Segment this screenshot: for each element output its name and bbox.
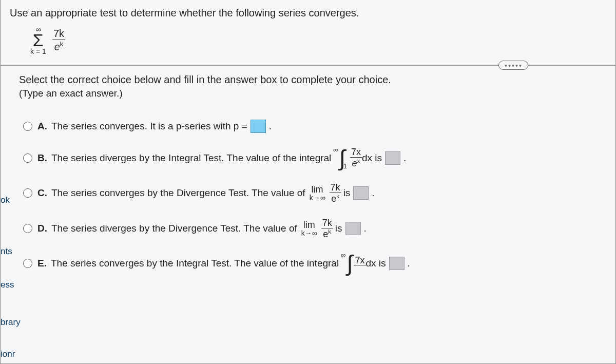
- option-d-input[interactable]: [345, 222, 361, 235]
- instruction-subtext: (Type an exact answer.): [1, 87, 615, 108]
- option-e-letter: E.: [37, 258, 47, 269]
- integral-icon: ∫: [346, 254, 353, 272]
- sidebar-fragment: ess: [1, 280, 23, 290]
- sidebar-fragment: ionr: [1, 349, 23, 359]
- option-e-period: .: [408, 258, 410, 269]
- option-d-is: is: [335, 223, 342, 234]
- option-c-text: The series converges by the Divergence T…: [51, 187, 305, 199]
- sidebar-fragment: brary: [1, 317, 23, 328]
- sidebar-fragment: nts: [1, 246, 23, 257]
- collapse-toggle[interactable]: ▾▾▾▾▾: [498, 61, 528, 70]
- option-b-text: The series diverges by the Integral Test…: [51, 152, 331, 164]
- radio-e[interactable]: [23, 259, 32, 268]
- option-c-is: is: [343, 187, 351, 199]
- option-d-text: The series diverges by the Divergence Te…: [51, 223, 297, 234]
- option-d[interactable]: D. The series diverges by the Divergence…: [23, 211, 606, 246]
- option-b-letter: B.: [37, 152, 47, 164]
- series-expression: ∞ Σ k = 1 7k ek: [1, 22, 615, 60]
- series-numerator: 7k: [52, 28, 65, 40]
- option-b-input[interactable]: [385, 151, 400, 165]
- option-a-period: .: [269, 121, 272, 132]
- lim-c-sub: k→∞: [310, 194, 325, 201]
- option-a[interactable]: A. The series converges. It is a p-serie…: [23, 112, 606, 140]
- answer-options: A. The series converges. It is a p-serie…: [1, 108, 615, 280]
- option-b-dx: dx is: [362, 152, 382, 164]
- series-denominator: ek: [52, 40, 65, 53]
- option-c-letter: C.: [37, 187, 47, 199]
- option-c[interactable]: C. The series converges by the Divergenc…: [23, 176, 606, 211]
- sidebar-fragment: ok: [1, 195, 23, 205]
- option-d-period: .: [364, 223, 367, 234]
- option-b-numerator: 7x: [350, 147, 362, 158]
- option-e[interactable]: E. The series converges by the Integral …: [23, 246, 606, 281]
- radio-a[interactable]: [23, 122, 32, 131]
- option-b-period: .: [403, 152, 406, 164]
- option-e-text: The series converges by the Integral Tes…: [51, 258, 339, 269]
- option-b[interactable]: B. The series diverges by the Integral T…: [23, 140, 606, 176]
- option-a-text: The series converges. It is a p-series w…: [51, 121, 247, 132]
- option-a-letter: A.: [37, 121, 47, 132]
- integral-b-lower: 1: [343, 162, 347, 170]
- sigma-icon: Σ: [30, 33, 46, 47]
- option-d-numerator: 7k: [321, 218, 333, 228]
- option-a-input[interactable]: [251, 120, 266, 133]
- lim-c-label: lim: [312, 185, 323, 194]
- radio-d[interactable]: [23, 224, 32, 233]
- sum-lower: k = 1: [30, 47, 46, 55]
- radio-b[interactable]: [23, 154, 32, 163]
- option-c-period: .: [372, 187, 374, 199]
- option-b-denominator: ex: [350, 158, 362, 168]
- option-e-input[interactable]: [389, 257, 405, 270]
- section-divider: ▾▾▾▾▾: [1, 65, 615, 66]
- option-d-denominator: ek: [321, 228, 333, 239]
- option-e-numerator: 7x: [354, 256, 365, 266]
- option-c-input[interactable]: [353, 186, 369, 200]
- integral-e-upper: ∞: [341, 251, 345, 259]
- option-e-denominator: [354, 265, 365, 275]
- option-c-numerator: 7k: [330, 183, 341, 193]
- lim-d-sub: k→∞: [301, 229, 317, 237]
- integral-b-upper: ∞: [333, 146, 338, 154]
- lim-d-label: lim: [303, 220, 315, 229]
- option-e-dx: dx is: [366, 258, 386, 269]
- option-d-letter: D.: [37, 223, 47, 234]
- option-c-denominator: ek: [330, 193, 341, 204]
- radio-c[interactable]: [23, 188, 32, 198]
- question-prompt: Use an appropriate test to determine whe…: [1, 0, 615, 22]
